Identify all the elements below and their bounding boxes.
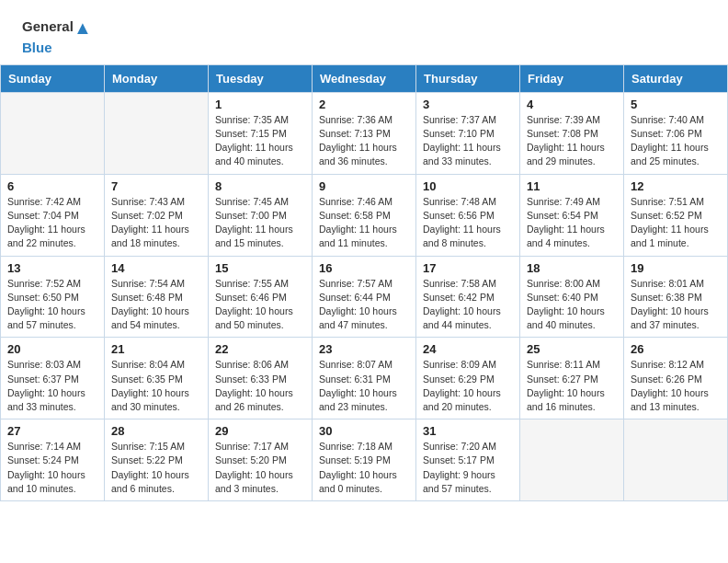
calendar-cell: 4Sunrise: 7:39 AM Sunset: 7:08 PM Daylig… bbox=[520, 92, 624, 174]
calendar-cell: 28Sunrise: 7:15 AM Sunset: 5:22 PM Dayli… bbox=[105, 419, 209, 501]
day-header-monday: Monday bbox=[105, 64, 209, 92]
calendar-cell: 14Sunrise: 7:54 AM Sunset: 6:48 PM Dayli… bbox=[105, 256, 209, 338]
day-info: Sunrise: 7:58 AM Sunset: 6:42 PM Dayligh… bbox=[423, 277, 513, 333]
day-info: Sunrise: 7:18 AM Sunset: 5:19 PM Dayligh… bbox=[319, 440, 409, 496]
calendar-cell: 18Sunrise: 8:00 AM Sunset: 6:40 PM Dayli… bbox=[520, 256, 624, 338]
day-info: Sunrise: 7:43 AM Sunset: 7:02 PM Dayligh… bbox=[111, 195, 201, 251]
day-header-saturday: Saturday bbox=[624, 64, 728, 92]
logo: General▲ Blue bbox=[22, 17, 92, 57]
day-info: Sunrise: 7:20 AM Sunset: 5:17 PM Dayligh… bbox=[423, 440, 513, 496]
day-header-thursday: Thursday bbox=[416, 64, 520, 92]
calendar-cell: 13Sunrise: 7:52 AM Sunset: 6:50 PM Dayli… bbox=[1, 256, 105, 338]
day-number: 23 bbox=[319, 342, 409, 356]
calendar-cell: 2Sunrise: 7:36 AM Sunset: 7:13 PM Daylig… bbox=[313, 92, 416, 174]
calendar-cell: 8Sunrise: 7:45 AM Sunset: 7:00 PM Daylig… bbox=[209, 174, 313, 256]
page-header: General▲ Blue bbox=[0, 0, 728, 64]
day-info: Sunrise: 7:51 AM Sunset: 6:52 PM Dayligh… bbox=[631, 195, 721, 251]
day-number: 29 bbox=[215, 424, 305, 438]
calendar-cell bbox=[1, 92, 105, 174]
day-info: Sunrise: 7:42 AM Sunset: 7:04 PM Dayligh… bbox=[7, 195, 97, 251]
day-info: Sunrise: 7:48 AM Sunset: 6:56 PM Dayligh… bbox=[423, 195, 513, 251]
day-info: Sunrise: 8:06 AM Sunset: 6:33 PM Dayligh… bbox=[215, 358, 305, 414]
day-info: Sunrise: 8:00 AM Sunset: 6:40 PM Dayligh… bbox=[527, 277, 617, 333]
logo-text: General▲ Blue bbox=[22, 17, 92, 57]
day-info: Sunrise: 8:03 AM Sunset: 6:37 PM Dayligh… bbox=[7, 358, 97, 414]
calendar-cell: 16Sunrise: 7:57 AM Sunset: 6:44 PM Dayli… bbox=[313, 256, 416, 338]
calendar-cell: 27Sunrise: 7:14 AM Sunset: 5:24 PM Dayli… bbox=[1, 419, 105, 501]
calendar-cell: 26Sunrise: 8:12 AM Sunset: 6:26 PM Dayli… bbox=[624, 338, 728, 419]
day-number: 21 bbox=[111, 342, 201, 356]
day-number: 1 bbox=[215, 98, 305, 111]
day-info: Sunrise: 7:37 AM Sunset: 7:10 PM Dayligh… bbox=[423, 113, 513, 169]
day-info: Sunrise: 7:52 AM Sunset: 6:50 PM Dayligh… bbox=[7, 277, 97, 333]
day-number: 3 bbox=[423, 98, 513, 111]
logo-blue: Blue bbox=[22, 40, 52, 55]
calendar-header-row: SundayMondayTuesdayWednesdayThursdayFrid… bbox=[1, 64, 728, 92]
day-header-tuesday: Tuesday bbox=[209, 64, 313, 92]
day-info: Sunrise: 7:45 AM Sunset: 7:00 PM Dayligh… bbox=[215, 195, 305, 251]
day-header-friday: Friday bbox=[520, 64, 624, 92]
calendar-cell: 15Sunrise: 7:55 AM Sunset: 6:46 PM Dayli… bbox=[209, 256, 313, 338]
day-number: 16 bbox=[319, 261, 409, 275]
day-info: Sunrise: 7:54 AM Sunset: 6:48 PM Dayligh… bbox=[111, 277, 201, 333]
day-number: 11 bbox=[527, 179, 617, 193]
day-number: 26 bbox=[631, 342, 721, 356]
day-number: 6 bbox=[7, 179, 97, 193]
day-number: 27 bbox=[7, 424, 97, 438]
calendar-cell: 7Sunrise: 7:43 AM Sunset: 7:02 PM Daylig… bbox=[105, 174, 209, 256]
day-number: 4 bbox=[527, 98, 617, 111]
day-number: 15 bbox=[215, 261, 305, 275]
day-info: Sunrise: 7:40 AM Sunset: 7:06 PM Dayligh… bbox=[631, 113, 721, 169]
calendar-cell: 23Sunrise: 8:07 AM Sunset: 6:31 PM Dayli… bbox=[313, 338, 416, 419]
day-info: Sunrise: 8:04 AM Sunset: 6:35 PM Dayligh… bbox=[111, 358, 201, 414]
day-info: Sunrise: 7:36 AM Sunset: 7:13 PM Dayligh… bbox=[319, 113, 409, 169]
day-info: Sunrise: 8:09 AM Sunset: 6:29 PM Dayligh… bbox=[423, 358, 513, 414]
day-header-sunday: Sunday bbox=[1, 64, 105, 92]
calendar-cell: 24Sunrise: 8:09 AM Sunset: 6:29 PM Dayli… bbox=[416, 338, 520, 419]
calendar-cell: 19Sunrise: 8:01 AM Sunset: 6:38 PM Dayli… bbox=[624, 256, 728, 338]
day-info: Sunrise: 7:39 AM Sunset: 7:08 PM Dayligh… bbox=[527, 113, 617, 169]
day-number: 19 bbox=[631, 261, 721, 275]
logo-triangle: ▲ bbox=[74, 17, 92, 38]
calendar-cell: 9Sunrise: 7:46 AM Sunset: 6:58 PM Daylig… bbox=[313, 174, 416, 256]
day-number: 8 bbox=[215, 179, 305, 193]
day-number: 28 bbox=[111, 424, 201, 438]
day-info: Sunrise: 7:49 AM Sunset: 6:54 PM Dayligh… bbox=[527, 195, 617, 251]
calendar-cell bbox=[105, 92, 209, 174]
day-number: 13 bbox=[7, 261, 97, 275]
day-number: 10 bbox=[423, 179, 513, 193]
calendar-cell: 1Sunrise: 7:35 AM Sunset: 7:15 PM Daylig… bbox=[209, 92, 313, 174]
day-number: 24 bbox=[423, 342, 513, 356]
day-info: Sunrise: 7:17 AM Sunset: 5:20 PM Dayligh… bbox=[215, 440, 305, 496]
calendar-cell: 29Sunrise: 7:17 AM Sunset: 5:20 PM Dayli… bbox=[209, 419, 313, 501]
calendar-cell: 30Sunrise: 7:18 AM Sunset: 5:19 PM Dayli… bbox=[313, 419, 416, 501]
calendar-week-4: 20Sunrise: 8:03 AM Sunset: 6:37 PM Dayli… bbox=[1, 338, 728, 419]
calendar-week-3: 13Sunrise: 7:52 AM Sunset: 6:50 PM Dayli… bbox=[1, 256, 728, 338]
day-info: Sunrise: 7:57 AM Sunset: 6:44 PM Dayligh… bbox=[319, 277, 409, 333]
day-number: 17 bbox=[423, 261, 513, 275]
day-number: 7 bbox=[111, 179, 201, 193]
day-number: 5 bbox=[631, 98, 721, 111]
calendar-cell: 12Sunrise: 7:51 AM Sunset: 6:52 PM Dayli… bbox=[624, 174, 728, 256]
day-number: 12 bbox=[631, 179, 721, 193]
calendar-cell bbox=[624, 419, 728, 501]
calendar-table: SundayMondayTuesdayWednesdayThursdayFrid… bbox=[0, 64, 728, 501]
calendar-cell: 20Sunrise: 8:03 AM Sunset: 6:37 PM Dayli… bbox=[1, 338, 105, 419]
calendar-cell: 22Sunrise: 8:06 AM Sunset: 6:33 PM Dayli… bbox=[209, 338, 313, 419]
calendar-cell: 31Sunrise: 7:20 AM Sunset: 5:17 PM Dayli… bbox=[416, 419, 520, 501]
calendar-week-5: 27Sunrise: 7:14 AM Sunset: 5:24 PM Dayli… bbox=[1, 419, 728, 501]
calendar-cell: 3Sunrise: 7:37 AM Sunset: 7:10 PM Daylig… bbox=[416, 92, 520, 174]
day-number: 9 bbox=[319, 179, 409, 193]
calendar-cell: 6Sunrise: 7:42 AM Sunset: 7:04 PM Daylig… bbox=[1, 174, 105, 256]
day-info: Sunrise: 8:07 AM Sunset: 6:31 PM Dayligh… bbox=[319, 358, 409, 414]
calendar-cell: 5Sunrise: 7:40 AM Sunset: 7:06 PM Daylig… bbox=[624, 92, 728, 174]
day-number: 22 bbox=[215, 342, 305, 356]
day-info: Sunrise: 7:35 AM Sunset: 7:15 PM Dayligh… bbox=[215, 113, 305, 169]
calendar-cell: 21Sunrise: 8:04 AM Sunset: 6:35 PM Dayli… bbox=[105, 338, 209, 419]
day-info: Sunrise: 7:55 AM Sunset: 6:46 PM Dayligh… bbox=[215, 277, 305, 333]
day-info: Sunrise: 7:14 AM Sunset: 5:24 PM Dayligh… bbox=[7, 440, 97, 496]
day-number: 14 bbox=[111, 261, 201, 275]
calendar-cell: 11Sunrise: 7:49 AM Sunset: 6:54 PM Dayli… bbox=[520, 174, 624, 256]
day-info: Sunrise: 8:12 AM Sunset: 6:26 PM Dayligh… bbox=[631, 358, 721, 414]
day-number: 25 bbox=[527, 342, 617, 356]
